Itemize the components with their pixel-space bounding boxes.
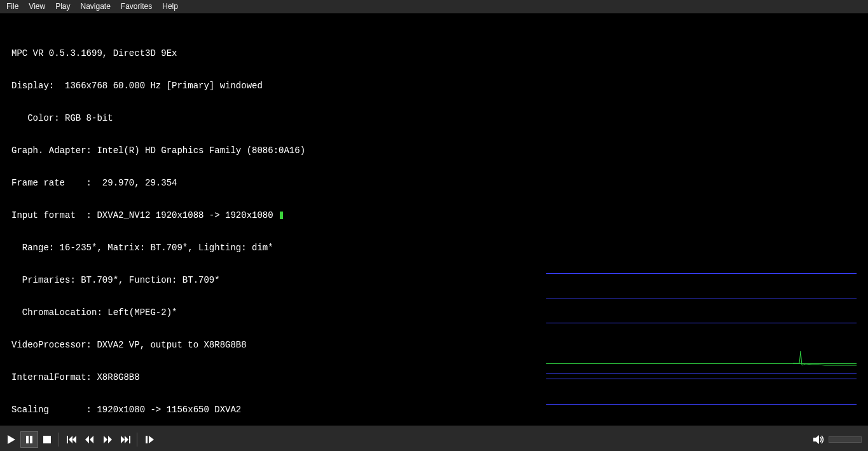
svg-marker-10 xyxy=(108,436,112,443)
frame-step-button[interactable] xyxy=(141,431,159,448)
speaker-icon xyxy=(813,434,825,445)
svg-rect-2 xyxy=(30,436,32,443)
separator xyxy=(59,433,59,447)
osd-line: ChromaLocation: Left(MPEG-2)* xyxy=(11,307,305,318)
graph-line-flat xyxy=(546,404,857,405)
menu-navigate[interactable]: Navigate xyxy=(75,1,115,13)
pause-button[interactable] xyxy=(20,431,38,448)
menu-view[interactable]: View xyxy=(24,1,50,13)
playback-controls xyxy=(0,428,868,451)
fast-forward-button[interactable] xyxy=(99,431,116,448)
sync-upper-bound-line xyxy=(546,323,857,323)
svg-marker-15 xyxy=(149,436,154,443)
osd-line: Graph. Adapter: Intel(R) HD Graphics Fam… xyxy=(11,145,305,156)
osd-line: Primaries: BT.709*, Function: BT.709* xyxy=(11,275,305,286)
menu-help[interactable]: Help xyxy=(157,1,183,13)
svg-marker-12 xyxy=(125,436,128,443)
svg-rect-13 xyxy=(129,436,130,443)
osd-line: Range: 16-235*, Matrix: BT.709*, Lightin… xyxy=(11,243,305,253)
osd-line: InternalFormat: X8R8G8B8 xyxy=(11,372,305,383)
play-button[interactable] xyxy=(3,431,20,448)
osd-line: Input format : DXVA2_NV12 1920x1088 -> 1… xyxy=(11,210,305,221)
graph-line-flat xyxy=(546,299,857,299)
rewind-icon xyxy=(85,436,95,443)
play-icon xyxy=(7,435,16,444)
video-area[interactable]: MPC VR 0.5.3.1699, Direct3D 9Ex Display:… xyxy=(0,14,868,426)
skip-back-icon xyxy=(67,436,77,443)
menu-file[interactable]: File xyxy=(1,1,24,13)
svg-rect-1 xyxy=(26,436,29,443)
graph-row-2 xyxy=(546,292,857,318)
svg-rect-14 xyxy=(146,436,148,443)
graph-row-4 xyxy=(546,372,857,398)
skip-forward-button[interactable] xyxy=(116,431,134,448)
svg-marker-11 xyxy=(121,436,125,443)
graph-row-1 xyxy=(546,267,857,292)
svg-marker-0 xyxy=(8,435,15,444)
svg-marker-8 xyxy=(90,436,93,443)
osd-line: Color: RGB 8-bit xyxy=(11,113,305,124)
volume-control[interactable] xyxy=(813,434,862,445)
osd-line: VideoProcessor: DXVA2 VP, output to X8R8… xyxy=(11,340,305,351)
svg-marker-16 xyxy=(813,435,819,444)
osd-line: Display: 1366x768 60.000 Hz [Primary] wi… xyxy=(11,81,305,91)
osd-line: Frame rate : 29.970, 29.354 xyxy=(11,178,305,189)
rewind-button[interactable] xyxy=(81,431,99,448)
stop-button[interactable] xyxy=(38,431,56,448)
graph-line-flat xyxy=(546,273,857,274)
graph-line-flat xyxy=(546,379,857,379)
svg-marker-6 xyxy=(72,436,76,443)
volume-slider[interactable] xyxy=(829,436,862,443)
osd-stats-overlay: MPC VR 0.5.3.1699, Direct3D 9Ex Display:… xyxy=(11,27,305,451)
sync-trace-wiggle xyxy=(793,351,857,370)
svg-rect-3 xyxy=(43,436,51,443)
pause-icon xyxy=(25,436,33,443)
menu-play[interactable]: Play xyxy=(50,1,75,13)
graph-row-5 xyxy=(546,398,857,423)
sync-offset-graph xyxy=(546,323,857,374)
svg-marker-5 xyxy=(69,436,72,443)
skip-forward-icon xyxy=(120,436,130,443)
fast-forward-icon xyxy=(102,436,113,443)
stats-graphs xyxy=(546,267,857,423)
svg-marker-7 xyxy=(85,436,89,443)
menu-bar: File View Play Navigate Favorites Help xyxy=(0,0,868,14)
video-cursor-blip xyxy=(280,212,283,219)
osd-line: Scaling : 1920x1080 -> 1156x650 DXVA2 xyxy=(11,405,305,415)
frame-step-icon xyxy=(146,436,155,443)
menu-favorites[interactable]: Favorites xyxy=(116,1,157,13)
svg-rect-4 xyxy=(67,436,68,443)
separator xyxy=(137,433,137,447)
stop-icon xyxy=(43,436,51,443)
osd-line: MPC VR 0.5.3.1699, Direct3D 9Ex xyxy=(11,48,305,59)
svg-marker-9 xyxy=(104,436,107,443)
skip-back-button[interactable] xyxy=(63,431,81,448)
